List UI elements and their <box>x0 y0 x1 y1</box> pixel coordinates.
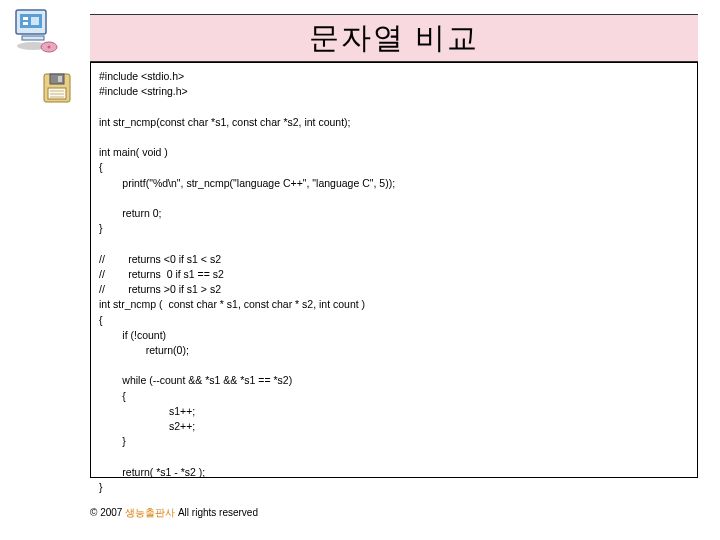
footer-prefix: © 2007 <box>90 507 125 518</box>
svg-rect-5 <box>22 36 44 40</box>
floppy-disk-icon <box>42 72 72 104</box>
footer-suffix: All rights reserved <box>175 507 258 518</box>
svg-point-8 <box>48 46 51 49</box>
code-box: #include <stdio.h> #include <string.h> i… <box>90 62 698 478</box>
svg-rect-2 <box>23 17 28 20</box>
title-band: 문자열 비교 <box>90 14 698 62</box>
svg-rect-3 <box>23 22 28 25</box>
computer-icon <box>12 6 62 56</box>
svg-rect-4 <box>31 17 39 25</box>
page-title: 문자열 비교 <box>309 18 479 59</box>
svg-rect-11 <box>58 76 62 82</box>
footer-publisher: 생능출판사 <box>125 507 175 518</box>
footer: © 2007 생능출판사 All rights reserved <box>90 506 258 520</box>
